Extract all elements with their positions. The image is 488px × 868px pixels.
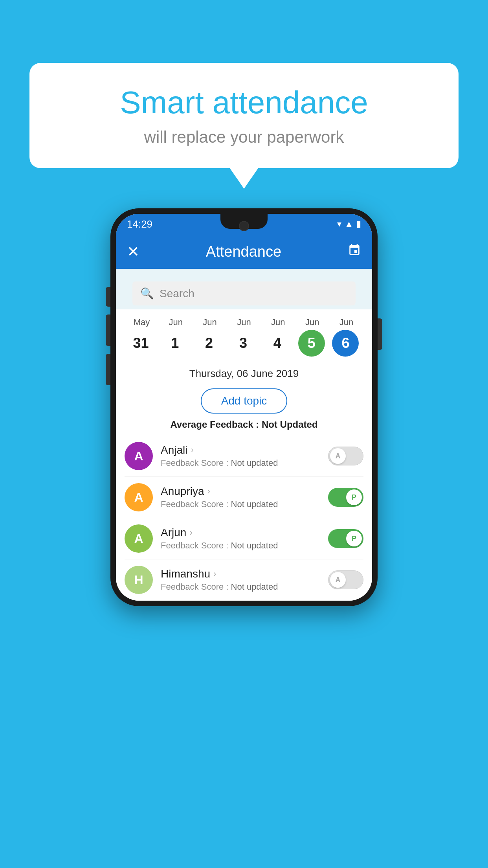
- date-item-6[interactable]: Jun6: [332, 317, 360, 357]
- toggle-circle-1: P: [346, 489, 362, 505]
- toggle-circle-2: P: [346, 531, 362, 546]
- student-item-1: AAnupriya ›Feedback Score : Not updatedP: [125, 477, 363, 518]
- student-feedback-2: Feedback Score : Not updated: [161, 541, 328, 551]
- status-icons: ▾ ▲ ▮: [337, 219, 361, 229]
- student-info-0: Anjali ›Feedback Score : Not updated: [161, 444, 328, 468]
- student-feedback-0: Feedback Score : Not updated: [161, 458, 328, 468]
- student-feedback-3: Feedback Score : Not updated: [161, 582, 328, 592]
- date-item-5[interactable]: Jun5: [298, 317, 327, 357]
- bubble-subtitle: will replace your paperwork: [53, 128, 435, 147]
- date-selector: May31Jun1Jun2Jun3Jun4Jun5Jun6: [116, 309, 372, 360]
- student-item-3: HHimanshu ›Feedback Score : Not updatedA: [125, 559, 363, 601]
- student-list: AAnjali ›Feedback Score : Not updatedAAA…: [116, 436, 372, 601]
- date-month-3: Jun: [230, 317, 258, 327]
- student-name-1[interactable]: Anupriya ›: [161, 485, 328, 498]
- student-avatar-0: A: [125, 442, 153, 470]
- student-name-0[interactable]: Anjali ›: [161, 444, 328, 456]
- volume-up-button: [106, 287, 110, 307]
- phone-outer: 14:29 ▾ ▲ ▮ ✕ Attendance: [110, 208, 378, 606]
- student-item-2: AArjun ›Feedback Score : Not updatedP: [125, 518, 363, 559]
- attendance-toggle-3[interactable]: A: [328, 570, 363, 589]
- date-day-2: 2: [196, 330, 222, 357]
- close-button[interactable]: ✕: [127, 243, 139, 260]
- date-day-3: 3: [230, 330, 257, 357]
- date-day-1: 1: [161, 330, 188, 357]
- status-time: 14:29: [127, 218, 152, 230]
- search-icon: 🔍: [140, 287, 154, 300]
- student-name-2[interactable]: Arjun ›: [161, 526, 328, 539]
- date-item-2[interactable]: Jun2: [196, 317, 224, 357]
- date-month-1: Jun: [161, 317, 190, 327]
- phone-screen: 14:29 ▾ ▲ ▮ ✕ Attendance: [116, 214, 372, 601]
- phone-notch: [220, 214, 268, 229]
- date-month-0: May: [127, 317, 156, 327]
- selected-date-text: Thursday, 06 June 2019: [189, 368, 299, 379]
- student-item-0: AAnjali ›Feedback Score : Not updatedA: [125, 436, 363, 477]
- student-avatar-3: H: [125, 566, 153, 594]
- student-avatar-1: A: [125, 483, 153, 511]
- toggle-circle-3: A: [330, 572, 346, 588]
- date-item-1[interactable]: Jun1: [161, 317, 190, 357]
- chevron-icon: ›: [191, 445, 193, 455]
- student-info-1: Anupriya ›Feedback Score : Not updated: [161, 485, 328, 509]
- student-avatar-2: A: [125, 524, 153, 553]
- chevron-icon: ›: [213, 569, 216, 579]
- selected-date-info: Thursday, 06 June 2019: [116, 360, 372, 383]
- calendar-icon[interactable]: [348, 243, 361, 260]
- search-placeholder: Search: [160, 287, 194, 300]
- chevron-icon: ›: [189, 528, 192, 538]
- chevron-icon: ›: [207, 486, 210, 497]
- toggle-circle-0: A: [330, 448, 346, 464]
- add-topic-button[interactable]: Add topic: [201, 388, 288, 414]
- average-feedback: Average Feedback : Not Updated: [116, 419, 372, 430]
- attendance-toggle-1[interactable]: P: [328, 488, 363, 507]
- silent-button: [106, 354, 110, 385]
- wifi-icon: ▾: [337, 219, 341, 229]
- speech-bubble-container: Smart attendance will replace your paper…: [29, 63, 459, 168]
- volume-down-button: [106, 314, 110, 346]
- attendance-toggle-2[interactable]: P: [328, 529, 363, 548]
- date-item-0[interactable]: May31: [127, 317, 156, 357]
- signal-icon: ▲: [345, 219, 353, 229]
- student-info-3: Himanshu ›Feedback Score : Not updated: [161, 568, 328, 592]
- date-item-3[interactable]: Jun3: [230, 317, 258, 357]
- date-day-0: 31: [127, 330, 154, 357]
- student-info-2: Arjun ›Feedback Score : Not updated: [161, 526, 328, 551]
- search-bar[interactable]: 🔍 Search: [132, 281, 356, 305]
- date-month-4: Jun: [264, 317, 292, 327]
- date-month-6: Jun: [332, 317, 360, 327]
- date-month-5: Jun: [298, 317, 327, 327]
- phone-container: 14:29 ▾ ▲ ▮ ✕ Attendance: [110, 208, 378, 606]
- date-day-6: 6: [332, 330, 359, 357]
- app-bar-title: Attendance: [139, 243, 348, 260]
- bubble-title: Smart attendance: [53, 85, 435, 121]
- power-button: [378, 318, 382, 350]
- app-bar: ✕ Attendance: [116, 234, 372, 269]
- front-camera: [239, 221, 249, 231]
- date-day-4: 4: [264, 330, 291, 357]
- date-day-5: 5: [298, 330, 325, 357]
- date-month-2: Jun: [196, 317, 224, 327]
- student-feedback-1: Feedback Score : Not updated: [161, 499, 328, 509]
- student-name-3[interactable]: Himanshu ›: [161, 568, 328, 580]
- attendance-toggle-0[interactable]: A: [328, 447, 363, 465]
- date-item-4[interactable]: Jun4: [264, 317, 292, 357]
- battery-icon: ▮: [356, 219, 361, 229]
- speech-bubble: Smart attendance will replace your paper…: [29, 63, 459, 168]
